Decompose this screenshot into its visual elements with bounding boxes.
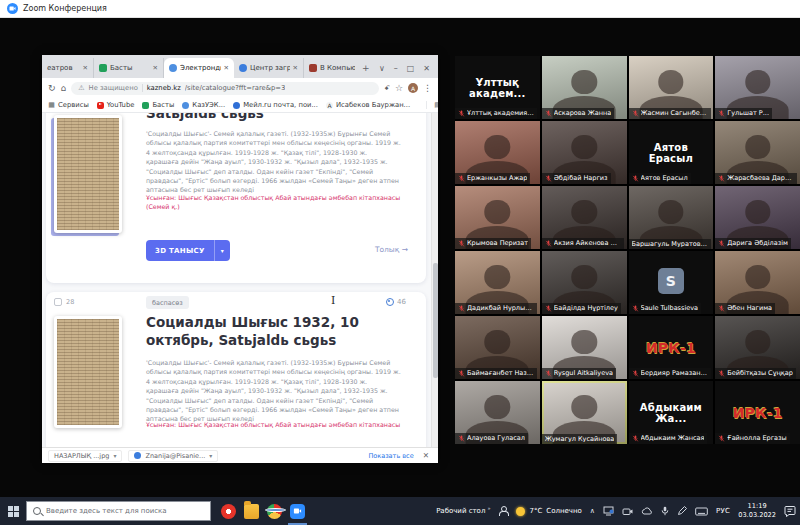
display-tray-icon[interactable] [603, 506, 614, 516]
chevron-down-icon[interactable]: ▾ [113, 452, 116, 459]
taskbar-search-input[interactable]: Введите здесь текст для поиска [26, 501, 211, 521]
card2-title[interactable]: Социалды Шығыс 1932, 10 октябрь, Satьjal… [146, 314, 411, 349]
participant-tile[interactable]: Абдыкаим Жа...Абдыкаим Жансая [629, 381, 714, 444]
participant-tile[interactable]: Әбен Нагима [715, 251, 800, 314]
bookmark-item[interactable]: ▦Сервисы [48, 101, 89, 109]
start-button[interactable] [0, 497, 26, 525]
browser-tab[interactable]: Электронды кат...✕ [164, 58, 234, 78]
taskbar-app-icons [221, 504, 305, 519]
card1-provider-link[interactable]: Ұсынған: Шығыс Қазақстан облыстық Абай а… [146, 193, 401, 212]
chrome-app-icon[interactable] [267, 504, 282, 519]
home-icon[interactable]: ⌂ [61, 84, 67, 93]
zoom-meeting-window: Zoom Конференция еатров✕Басты✕Электронды… [0, 0, 800, 525]
participant-tile[interactable]: Гульшат Р... [715, 56, 800, 119]
participant-tile[interactable]: Акзия Айкенова истор... [542, 186, 627, 249]
tab-close-icon[interactable]: ✕ [83, 64, 88, 72]
close-button[interactable]: ✕ [423, 64, 430, 73]
new-tab-button[interactable]: + [359, 61, 373, 75]
mail-icon [233, 102, 240, 109]
camera-tray-icon[interactable] [622, 507, 633, 516]
participant-tile[interactable]: Әбдібай Наргиз [542, 121, 627, 184]
bookmark-item[interactable]: YouTube [97, 101, 135, 109]
taskbar-clock[interactable]: 11:19 03.03.2022 [738, 502, 776, 520]
participant-tile[interactable]: Баршагуль Муратовна [629, 186, 714, 249]
card2-provider-link[interactable]: Ұсынған: Шығыс Қазақстан облыстық Абай а… [146, 420, 401, 429]
participant-tile[interactable]: Крымова Перизат [455, 186, 540, 249]
category-tag[interactable]: баспасөз [146, 296, 189, 309]
tab-close-icon[interactable]: ✕ [293, 64, 298, 72]
reload-icon[interactable]: ↻ [48, 84, 56, 93]
minimize-button[interactable]: – [394, 64, 398, 73]
button-dropdown-icon[interactable]: ▾ [215, 247, 230, 254]
address-bar[interactable]: ⚠ Не защищено kazneb.kz /site/catalogue?… [71, 82, 379, 95]
translate-icon[interactable]: ꗃ [384, 85, 390, 92]
bookmark-item[interactable]: КазУЭК... [182, 101, 225, 109]
download-item-1[interactable]: НАЗАРЛЫҚ ...jpg ▾ [48, 450, 122, 462]
zoom-taskbar-icon[interactable] [290, 504, 305, 519]
scrollbar-thumb[interactable] [433, 263, 438, 378]
tab-close-icon[interactable]: ✕ [224, 64, 229, 72]
browser-tab[interactable]: еатров✕ [42, 58, 94, 78]
hidden-icons-chevron[interactable]: ∧ [590, 507, 595, 515]
participant-label: Аятов Ерасыл [629, 173, 691, 184]
action-center-icon[interactable] [784, 505, 796, 517]
participant-tile[interactable]: Дарига Әбділазім [715, 186, 800, 249]
file-explorer-icon[interactable] [244, 504, 259, 519]
participant-tile[interactable]: Байділда Нұртілеу [542, 251, 627, 314]
bookmark-item[interactable]: Мейл.ru почта, пои... [233, 101, 318, 109]
participant-tile[interactable]: ИРК-1Ғайнолла Ергазы [715, 381, 800, 444]
participant-tile[interactable]: Ұлттық академ...Ұлттық академиялық [455, 56, 540, 119]
full-view-link[interactable]: Толық → [375, 245, 408, 254]
mic-tray-icon[interactable] [661, 506, 669, 516]
tab-close-icon[interactable]: ✕ [153, 64, 158, 72]
participant-tile[interactable]: Жарасбаева Дарига [715, 121, 800, 184]
tab-label: еатров [47, 64, 80, 72]
participant-tile[interactable]: Жумагул Кусайнова [542, 381, 627, 444]
participant-tile[interactable]: Ержанкызы Ажар [455, 121, 540, 184]
browser-tab[interactable]: Басты✕ [94, 58, 164, 78]
close-downloads-icon[interactable]: ✕ [420, 451, 432, 460]
view-3d-button[interactable]: 3D ТАНЫСУ ▾ [146, 240, 230, 261]
tab-search-icon[interactable]: ∨ [379, 64, 385, 73]
browser-app-icon[interactable] [221, 504, 236, 519]
language-indicator[interactable]: РУС [716, 507, 730, 515]
people-icon[interactable] [498, 506, 508, 516]
participant-tile[interactable]: Баймағанбет Назерке [455, 316, 540, 379]
participant-tile[interactable]: Алауова Гуласал [455, 381, 540, 444]
mic-muted-icon [632, 110, 639, 117]
newspaper-thumbnail-1[interactable] [54, 115, 122, 233]
weather-widget[interactable]: 7°C Солнечно [516, 507, 581, 516]
participant-tile[interactable]: Rysgul Aitkaliyeva [542, 316, 627, 379]
chevron-down-icon[interactable]: ▾ [209, 452, 212, 459]
download-item-2[interactable]: Znanija@Pisanie... ▾ [128, 450, 218, 462]
keyboard-tray-icon[interactable] [695, 507, 708, 516]
participant-name: Бердияр Рамазан ИРК... [641, 370, 708, 377]
bookmark-item[interactable]: АИсабеков Бауржан... [326, 101, 410, 109]
browser-tab[interactable]: Центр загрузок✕ [234, 58, 304, 78]
participant-tile[interactable]: SSaule Tulbassieva [629, 251, 714, 314]
maximize-button[interactable]: □ [407, 64, 415, 73]
participant-tile[interactable]: Аятов ЕрасылАятов Ерасыл [629, 121, 714, 184]
desktop-toolbar[interactable]: Рабочий стол » [436, 507, 490, 515]
scrollbar[interactable] [431, 113, 438, 447]
security-warning-icon: ⚠ [78, 84, 84, 92]
profile-avatar[interactable]: А [408, 83, 418, 93]
participant-tile[interactable]: Жасмин Сагынбек, тк [629, 56, 714, 119]
show-all-downloads-link[interactable]: Показать все [368, 452, 413, 460]
bookmark-star-icon[interactable]: ☆ [395, 84, 403, 93]
pen-tray-icon[interactable] [677, 506, 687, 516]
browser-menu-icon[interactable]: ⋮ [423, 84, 432, 93]
bookmark-item[interactable]: Басты [142, 101, 174, 109]
reading-list-button[interactable]: ▤ Список для чтения [426, 101, 438, 109]
participant-tile[interactable]: ИРК-1Бердияр Рамазан ИРК... [629, 316, 714, 379]
cloud-tray-icon[interactable] [641, 507, 653, 515]
newspaper-image-2 [57, 319, 119, 425]
participant-tile[interactable]: Аскарова Жанна [542, 56, 627, 119]
newspaper-thumbnail-2[interactable] [54, 316, 122, 428]
card1-title[interactable]: Satьjaldь сьgьs [146, 113, 411, 123]
item-checkbox[interactable] [54, 298, 62, 306]
browser-tab[interactable]: В Компьютеры✕ [304, 58, 355, 78]
participant-tile[interactable]: Дадикбай Нурлыбек [455, 251, 540, 314]
tab-label: В Компьютеры [320, 64, 355, 72]
participant-tile[interactable]: Бейбітқазы Сұңқар [715, 316, 800, 379]
